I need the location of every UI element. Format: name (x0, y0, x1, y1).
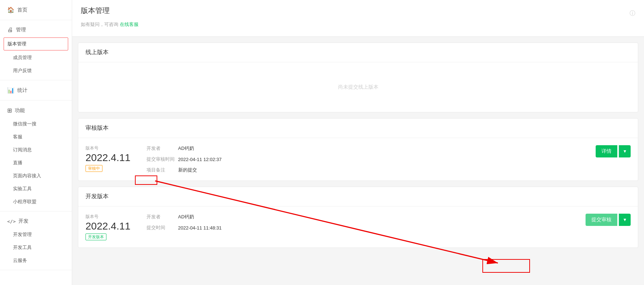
sidebar-item-miniapp-alliance[interactable]: 小程序联盟 (0, 195, 72, 208)
sidebar-manage-label: 管理 (16, 27, 26, 33)
dev-submit-time-row: 提交时间 2022-04-11 11:48:31 (146, 224, 222, 231)
dev-version-label: 版本号 (86, 214, 131, 220)
sidebar-item-cloud-service[interactable]: 云服务 (0, 254, 72, 267)
dev-version-card: 开发版本 版本号 2022.4.11 开发版本 开发者 AD钙奶 (78, 187, 638, 248)
review-version-label: 版本号 (86, 145, 131, 151)
review-status-badge: 审核中 (86, 165, 102, 172)
online-version-empty: 尚未提交线上版本 (86, 70, 631, 105)
review-detail-button[interactable]: 详情 (596, 145, 617, 157)
review-submit-time-row: 提交审核时间 2022-04-11 12:02:37 (146, 156, 222, 162)
review-version-actions: 详情 ▼ (596, 145, 631, 157)
review-developer-label: 开发者 (146, 145, 175, 152)
dev-submit-time-label: 提交时间 (146, 224, 175, 231)
online-version-title: 线上版本 (78, 43, 638, 62)
sidebar-home-label: 首页 (17, 7, 27, 13)
sidebar-features-label: 功能 (15, 107, 25, 114)
dev-version-left: 版本号 2022.4.11 开发版本 开发者 AD钙奶 提交时间 2022 (86, 214, 222, 240)
page-title: 版本管理 (81, 6, 110, 21)
review-submit-time-label: 提交审核时间 (146, 156, 175, 162)
review-version-card: 审核版本 版本号 2022.4.11 审核中 开发者 AD钙奶 (78, 118, 638, 181)
dev-version-row: 版本号 2022.4.11 开发版本 开发者 AD钙奶 提交时间 2022 (86, 214, 631, 240)
submit-review-button[interactable]: 提交审核 (586, 214, 617, 226)
content-area: 线上版本 尚未提交线上版本 审核版本 版本号 2022.4.11 审核中 (72, 37, 644, 259)
submit-dropdown-button[interactable]: ▼ (619, 214, 631, 226)
sidebar-item-dev-tools[interactable]: 开发工具 (0, 241, 72, 254)
review-version-body: 版本号 2022.4.11 审核中 开发者 AD钙奶 提交审核时间 202 (78, 138, 638, 181)
review-version-meta: 开发者 AD钙奶 提交审核时间 2022-04-11 12:02:37 项目备注… (146, 145, 222, 173)
review-version-left: 版本号 2022.4.11 审核中 开发者 AD钙奶 提交审核时间 202 (86, 145, 222, 173)
dev-status-badge: 开发版本 (86, 233, 106, 240)
sidebar-dev-group[interactable]: </> 开发 (0, 214, 72, 228)
features-icon: ⊞ (7, 107, 12, 114)
dev-version-number-block: 版本号 2022.4.11 开发版本 (86, 214, 131, 240)
online-customer-service-link[interactable]: 在线客服 (120, 22, 139, 27)
dev-developer-label: 开发者 (146, 214, 175, 220)
review-project-note-row: 项目备注 新的提交 (146, 167, 222, 173)
sidebar-item-member-mgmt[interactable]: 成员管理 (0, 51, 72, 64)
dev-version-number: 2022.4.11 (86, 221, 131, 231)
sidebar-item-user-feedback[interactable]: 用户反馈 (0, 64, 72, 77)
sidebar-features-group[interactable]: ⊞ 功能 (0, 103, 72, 117)
manage-icon: 🖨 (7, 27, 13, 33)
online-version-body: 尚未提交线上版本 (78, 62, 638, 112)
review-version-title: 审核版本 (78, 119, 638, 138)
sidebar-item-experiment-tools[interactable]: 实验工具 (0, 182, 72, 195)
help-text: 如有疑问，可咨询 在线客服 (81, 21, 635, 28)
review-developer-value: AD钙奶 (178, 145, 194, 152)
svg-rect-3 (483, 259, 530, 272)
dev-version-meta: 开发者 AD钙奶 提交时间 2022-04-11 11:48:31 (146, 214, 222, 231)
review-version-row: 版本号 2022.4.11 审核中 开发者 AD钙奶 提交审核时间 202 (86, 145, 631, 173)
review-version-number: 2022.4.11 (86, 153, 131, 163)
main-content: 版本管理 ⓘ 如有疑问，可咨询 在线客服 线上版本 尚未提交线上版本 审核版本 … (72, 0, 644, 285)
stats-icon: 📊 (7, 87, 14, 94)
home-icon: 🏠 (7, 6, 14, 13)
dev-version-actions: 提交审核 ▼ (586, 214, 631, 226)
online-version-card: 线上版本 尚未提交线上版本 (78, 43, 638, 112)
sidebar-item-dev-mgmt[interactable]: 开发管理 (0, 228, 72, 241)
dev-version-title: 开发版本 (78, 187, 638, 206)
sidebar-item-wechat-search[interactable]: 微信搜一搜 (0, 117, 72, 130)
sidebar-item-subscription-msg[interactable]: 订阅消息 (0, 143, 72, 156)
review-project-note-value: 新的提交 (178, 167, 197, 173)
sidebar-stats-label: 统计 (17, 87, 27, 94)
review-submit-time-value: 2022-04-11 12:02:37 (178, 157, 222, 162)
dev-developer-row: 开发者 AD钙奶 (146, 214, 222, 220)
review-dropdown-button[interactable]: ▼ (619, 145, 631, 157)
review-developer-row: 开发者 AD钙奶 (146, 145, 222, 152)
sidebar-item-page-content[interactable]: 页面内容接入 (0, 169, 72, 182)
sidebar-home[interactable]: 🏠 首页 (0, 3, 72, 17)
dev-version-body: 版本号 2022.4.11 开发版本 开发者 AD钙奶 提交时间 2022 (78, 206, 638, 248)
dev-developer-value: AD钙奶 (178, 214, 194, 220)
sidebar-stats-group[interactable]: 📊 统计 (0, 83, 72, 97)
sidebar-item-version-mgmt[interactable]: 版本管理 (4, 37, 68, 50)
review-project-note-label: 项目备注 (146, 167, 175, 173)
info-icon: ⓘ (630, 10, 635, 17)
sidebar-manage-group[interactable]: 🖨 管理 (0, 23, 72, 37)
sidebar-dev-label: 开发 (18, 218, 29, 224)
review-version-number-block: 版本号 2022.4.11 审核中 (86, 145, 131, 172)
sidebar-item-live[interactable]: 直播 (0, 156, 72, 169)
sidebar-item-customer-service[interactable]: 客服 (0, 130, 72, 143)
sidebar: 🏠 首页 🖨 管理 版本管理 成员管理 用户反馈 📊 统计 ⊞ 功能 (0, 0, 72, 285)
dev-icon: </> (7, 219, 16, 224)
dev-submit-time-value: 2022-04-11 11:48:31 (178, 225, 222, 231)
